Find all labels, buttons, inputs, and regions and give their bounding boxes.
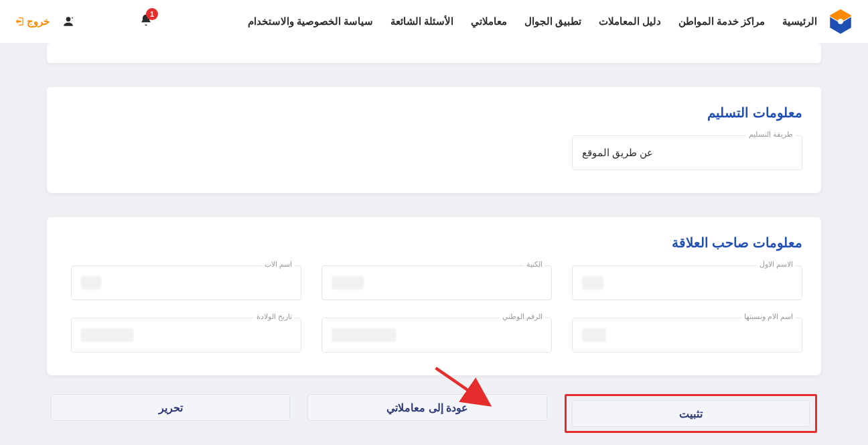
user-icon [62, 15, 75, 28]
nav-guide[interactable]: دليل المعاملات [599, 16, 661, 27]
action-bar: تثبيت عودة إلى معاملاتي تحرير [47, 394, 821, 433]
national-id-box [321, 318, 552, 353]
previous-card-edge [47, 43, 821, 63]
dob-field: تاريخ الولادة [71, 318, 301, 353]
app-logo [826, 7, 855, 36]
delivery-info-card: معلومات التسليم طريقة التسليم عن طريق ال… [47, 87, 821, 193]
first-name-box [572, 265, 802, 300]
surname-value [332, 276, 364, 290]
first-name-field: الاسم الاول [572, 265, 802, 300]
app-header: الرئيسية مراكز خدمة المواطن دليل المعامل… [0, 0, 868, 43]
back-to-transactions-button[interactable]: عودة إلى معاملاتي [307, 394, 547, 421]
nav-privacy[interactable]: سياسة الخصوصية والاستخدام [248, 16, 373, 27]
father-name-box [71, 265, 301, 300]
father-name-label: اسم الاب [262, 260, 295, 269]
logout-button[interactable]: خروج [13, 15, 50, 27]
dob-label: تاريخ الولادة [254, 312, 295, 321]
main-nav: الرئيسية مراكز خدمة المواطن دليل المعامل… [248, 16, 817, 27]
surname-field: الكنية [321, 265, 552, 300]
svg-point-0 [838, 19, 843, 24]
mother-name-field: اسم الام ونسبتها [572, 318, 802, 353]
confirm-button[interactable]: تثبيت [572, 400, 810, 427]
delivery-title: معلومات التسليم [66, 105, 802, 121]
surname-box [321, 265, 552, 300]
owner-row-2: اسم الام ونسبتها الرقم الوطني تاريخ الول… [66, 318, 802, 353]
owner-title: معلومات صاحب العلاقة [66, 235, 802, 251]
national-id-label: الرقم الوطني [500, 312, 545, 321]
nav-mytrans[interactable]: معاملاتي [471, 16, 507, 27]
nav-faq[interactable]: الأسئلة الشائعة [390, 16, 453, 27]
header-left-group: 1 خروج [13, 13, 153, 29]
first-name-value [582, 276, 603, 290]
national-id-value [332, 328, 396, 342]
owner-row-1: الاسم الاول الكنية اسم الاب [66, 265, 802, 300]
first-name-label: الاسم الاول [757, 260, 796, 269]
delivery-method-value: عن طريق الموقع [582, 147, 653, 159]
owner-info-card: معلومات صاحب العلاقة الاسم الاول الكنية … [47, 217, 821, 375]
mother-name-value [582, 328, 606, 342]
dob-value [81, 328, 133, 342]
dob-box [71, 318, 301, 353]
notifications-button[interactable]: 1 [139, 13, 153, 29]
header-right-group: الرئيسية مراكز خدمة المواطن دليل المعامل… [248, 7, 855, 36]
edit-button[interactable]: تحرير [51, 394, 290, 421]
surname-label: الكنية [524, 260, 545, 269]
mother-name-label: اسم الام ونسبتها [741, 312, 796, 321]
logout-label: خروج [27, 15, 50, 27]
page-body: معلومات التسليم طريقة التسليم عن طريق ال… [0, 43, 868, 433]
confirm-highlight: تثبيت [565, 394, 817, 433]
logout-icon [13, 16, 24, 27]
nav-app[interactable]: تطبيق الجوال [524, 16, 581, 27]
father-name-field: اسم الاب [71, 265, 301, 300]
nav-home[interactable]: الرئيسية [782, 16, 817, 27]
delivery-method-label: طريقة التسليم [746, 130, 796, 139]
delivery-method-field: طريقة التسليم عن طريق الموقع [572, 135, 802, 170]
father-name-value [81, 276, 101, 290]
notification-badge: 1 [146, 8, 158, 20]
national-id-field: الرقم الوطني [321, 318, 552, 353]
nav-centers[interactable]: مراكز خدمة المواطن [678, 16, 765, 27]
mother-name-box [572, 318, 802, 353]
delivery-method-value-box: عن طريق الموقع [572, 135, 802, 170]
